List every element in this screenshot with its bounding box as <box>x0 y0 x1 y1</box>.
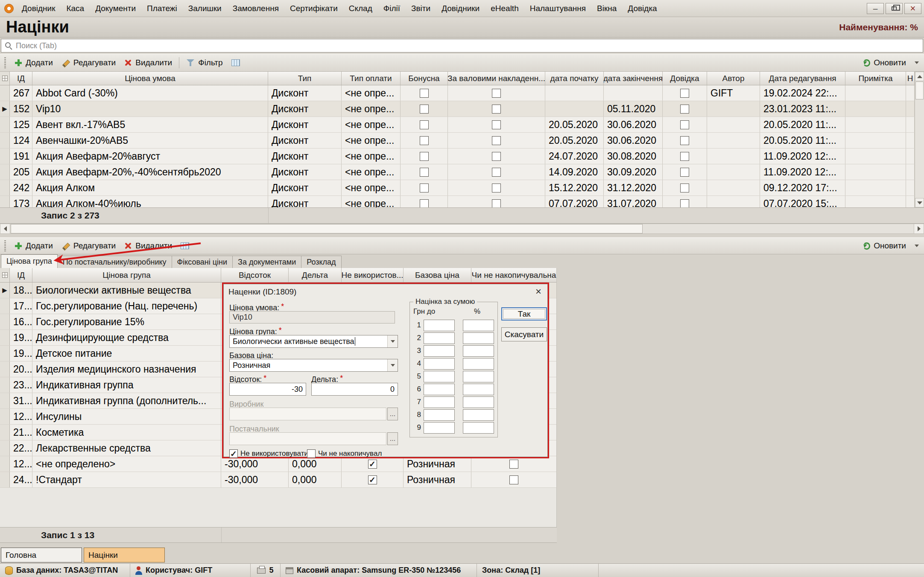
gross-invoices-checkbox[interactable] <box>492 184 501 192</box>
column-header-id[interactable]: ІД <box>10 72 32 85</box>
supplier-browse-button[interactable]: ... <box>387 432 398 445</box>
percent-input[interactable] <box>463 396 494 408</box>
gross-invoices-checkbox[interactable] <box>492 152 501 161</box>
price-condition-row[interactable]: 191 Акция Авефарм-20%август Дисконт <не … <box>0 149 924 164</box>
detail-tab[interactable]: Фіксовані ціни <box>172 256 233 268</box>
search-input[interactable] <box>16 41 919 50</box>
column-header-cut[interactable]: Н <box>906 72 915 85</box>
column-header-percent[interactable]: Відсоток <box>221 268 289 282</box>
restore-button[interactable] <box>886 3 903 14</box>
menu-item[interactable]: Сертифікати <box>284 0 343 17</box>
menu-item[interactable]: Залишки <box>183 0 227 17</box>
cancel-button[interactable]: Скасувати <box>501 327 547 341</box>
amount-to-input[interactable] <box>424 384 455 395</box>
not-use-checkbox[interactable] <box>368 460 377 469</box>
column-chooser-button-detail[interactable] <box>176 240 193 251</box>
amount-to-input[interactable] <box>424 320 455 331</box>
not-use-checkbox[interactable] <box>368 475 377 484</box>
column-header-reference[interactable]: Довідка <box>663 72 707 85</box>
price-condition-row[interactable]: 242 Акция Алком Дисконт <не опре... 15.1… <box>0 180 924 196</box>
amount-to-input[interactable] <box>424 358 455 370</box>
price-condition-row[interactable]: 205 Акция Авефарм-20%,-40%сентябрь2020 Д… <box>0 164 924 180</box>
gross-invoices-checkbox[interactable] <box>492 168 501 177</box>
edit-button-detail[interactable]: Редагувати <box>57 239 120 253</box>
refresh-button-detail[interactable]: Оновити <box>859 239 910 253</box>
dropdown-arrow-icon[interactable] <box>387 335 398 347</box>
amount-to-input[interactable] <box>424 396 455 408</box>
bonus-checkbox[interactable] <box>420 199 429 208</box>
bonus-checkbox[interactable] <box>420 184 429 192</box>
menu-item[interactable]: eHealth <box>485 0 524 17</box>
menu-item[interactable]: Платежі <box>141 0 183 17</box>
price-condition-row[interactable]: 125 Авент вкл.-17%АВ5 Дисконт <не опре..… <box>0 117 924 133</box>
amount-to-input[interactable] <box>424 409 455 421</box>
ok-button[interactable]: Так <box>501 307 547 321</box>
column-header-edited[interactable]: Дата редагування <box>760 72 845 85</box>
column-header-author[interactable]: Автор <box>707 72 760 85</box>
scroll-up-button[interactable] <box>915 72 924 81</box>
bonus-checkbox[interactable] <box>420 105 429 114</box>
column-header-type[interactable]: Тип <box>268 72 342 85</box>
detail-tab[interactable]: Розклад <box>301 256 341 268</box>
gross-invoices-checkbox[interactable] <box>492 89 501 98</box>
menu-item[interactable]: Довідка <box>622 0 662 17</box>
gross-invoices-checkbox[interactable] <box>492 105 501 114</box>
column-header-not-use[interactable]: Не використов... <box>342 268 404 282</box>
window-tab[interactable]: Націнки <box>84 548 165 562</box>
menu-item[interactable]: Замовлення <box>227 0 284 17</box>
percent-input[interactable] <box>463 371 494 382</box>
not-cumulative-checkbox[interactable]: Чи не накопичувал <box>307 449 382 458</box>
toolbar-overflow-icon[interactable] <box>915 245 919 247</box>
reference-checkbox[interactable] <box>680 120 689 129</box>
amount-to-input[interactable] <box>424 332 455 344</box>
column-header-group[interactable]: Цінова група <box>32 268 221 282</box>
detail-tab[interactable]: Цінова група <box>1 254 58 268</box>
window-tab[interactable]: Головна <box>1 548 82 562</box>
toolbar-grip[interactable] <box>4 240 6 251</box>
column-header-condition[interactable]: Цінова умова <box>32 72 268 85</box>
grid-corner[interactable] <box>0 72 10 85</box>
reference-checkbox[interactable] <box>680 199 689 208</box>
reference-checkbox[interactable] <box>680 184 689 192</box>
filter-button[interactable]: Фільтр <box>182 56 227 70</box>
column-header-date-start[interactable]: дата початку <box>545 72 604 85</box>
price-condition-row[interactable]: 152 Vip10 Дисконт <не опре... 05.11.2020… <box>0 101 924 117</box>
column-header-pay-type[interactable]: Тип оплати <box>342 72 401 85</box>
menu-item[interactable]: Склад <box>343 0 378 17</box>
minimize-button[interactable]: – <box>867 3 884 14</box>
menu-item[interactable]: Довідник <box>16 0 61 17</box>
bonus-checkbox[interactable] <box>420 168 429 177</box>
price-condition-row[interactable]: 267 Abbot Card (-30%) Дисконт <не опре..… <box>0 85 924 101</box>
gross-invoices-checkbox[interactable] <box>492 120 501 129</box>
bonus-checkbox[interactable] <box>420 120 429 129</box>
base-price-select[interactable]: Розничная <box>229 359 398 372</box>
amount-to-input[interactable] <box>424 422 455 434</box>
menu-item[interactable]: Каса <box>61 0 90 17</box>
delta-field[interactable]: 0 <box>311 383 398 396</box>
column-header-date-end[interactable]: дата закінчення <box>604 72 663 85</box>
column-header-cumulative[interactable]: Чи не накопичувальна <box>471 268 557 282</box>
menu-item[interactable]: Філії <box>378 0 406 17</box>
edit-button[interactable]: Редагувати <box>57 56 120 70</box>
grid-corner[interactable] <box>0 268 10 282</box>
bonus-checkbox[interactable] <box>420 89 429 98</box>
toolbar-overflow-icon[interactable] <box>915 61 919 64</box>
price-group-row[interactable]: 12... <не определено> -30,000 0,000 Розн… <box>0 456 556 472</box>
scrollbar-thumb[interactable] <box>11 224 643 233</box>
bonus-checkbox[interactable] <box>420 136 429 145</box>
manufacturer-browse-button[interactable]: ... <box>387 408 398 420</box>
reference-checkbox[interactable] <box>680 105 689 114</box>
percent-field[interactable]: -30 <box>229 383 306 396</box>
menu-item[interactable]: Звіти <box>406 0 436 17</box>
menu-item[interactable]: Довідники <box>436 0 485 17</box>
column-chooser-button[interactable] <box>227 57 244 68</box>
column-header-gross[interactable]: За валовими накладенн... <box>448 72 545 85</box>
price-group-row[interactable]: 24... !Стандарт -30,000 0,000 Розничная <box>0 472 556 488</box>
price-condition-row[interactable]: 124 Авенчашки-20%АВ5 Дисконт <не опре...… <box>0 133 924 149</box>
menu-item[interactable]: Налаштування <box>524 0 591 17</box>
percent-input[interactable] <box>463 320 494 331</box>
percent-input[interactable] <box>463 384 494 395</box>
reference-checkbox[interactable] <box>680 168 689 177</box>
not-use-checkbox[interactable]: Не використовувати <box>229 449 308 458</box>
percent-input[interactable] <box>463 345 494 357</box>
